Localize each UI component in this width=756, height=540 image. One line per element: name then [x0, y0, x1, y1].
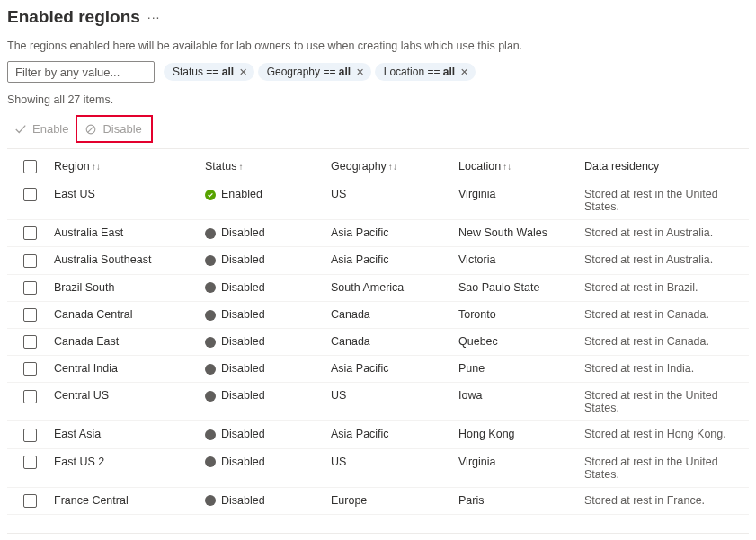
cell-location: Iowa	[453, 383, 579, 421]
close-icon[interactable]: ✕	[458, 66, 468, 78]
row-checkbox[interactable]	[23, 494, 37, 508]
cell-residency: Stored at rest in Canada.	[579, 302, 749, 329]
cell-geography: US	[325, 383, 453, 421]
cell-region: Central US	[49, 383, 200, 421]
disable-icon	[84, 123, 97, 136]
cell-geography: US	[325, 449, 453, 488]
filter-pill[interactable]: Geography == all✕	[258, 63, 371, 81]
items-count: Showing all 27 items.	[7, 93, 749, 106]
cell-location: Virginia	[453, 449, 579, 488]
row-checkbox[interactable]	[23, 429, 37, 442]
row-checkbox[interactable]	[23, 335, 37, 349]
cell-geography: Canada	[325, 302, 453, 329]
cell-residency: Stored at rest in France.	[579, 488, 749, 515]
cell-region: Brazil South	[49, 275, 200, 302]
row-checkbox[interactable]	[23, 188, 37, 201]
cell-region: Australia East	[49, 220, 200, 247]
sort-icon: ↑↓	[92, 162, 101, 172]
row-checkbox[interactable]	[23, 390, 37, 403]
cell-residency: Stored at rest in Australia.	[579, 247, 749, 274]
cell-region: Australia Southeast	[49, 247, 200, 274]
cell-region: East Asia	[49, 421, 200, 448]
cell-status: Disabled	[200, 421, 325, 448]
status-dot-icon	[205, 495, 216, 506]
col-geography[interactable]: Geography↑↓	[325, 153, 453, 181]
status-dot-icon	[205, 228, 216, 239]
cell-status: Disabled	[200, 302, 325, 329]
check-icon	[14, 123, 27, 136]
close-icon[interactable]: ✕	[354, 66, 364, 78]
cell-status: Disabled	[200, 488, 325, 515]
table-row: Brazil SouthDisabledSouth AmericaSao Pau…	[7, 275, 749, 302]
page-title: Enabled regions	[7, 7, 140, 27]
row-checkbox[interactable]	[23, 456, 37, 469]
more-icon[interactable]: ···	[147, 10, 161, 24]
table-row: Australia EastDisabledAsia PacificNew So…	[7, 220, 749, 247]
cell-location: Virginia	[453, 181, 579, 220]
page-description: The regions enabled here will be availab…	[7, 40, 749, 52]
cell-residency: Stored at rest in Australia.	[579, 220, 749, 247]
table-row: Canada EastDisabledCanadaQuebecStored at…	[7, 329, 749, 356]
row-checkbox[interactable]	[23, 308, 37, 322]
cell-geography: Asia Pacific	[325, 220, 453, 247]
cell-location: Paris	[453, 488, 579, 515]
svg-line-1	[88, 126, 94, 132]
filter-pill[interactable]: Location == all✕	[375, 63, 476, 81]
status-dot-icon	[205, 255, 216, 266]
table-row: Canada CentralDisabledCanadaTorontoStore…	[7, 302, 749, 329]
table-row: East US 2DisabledUSVirginiaStored at res…	[7, 449, 749, 488]
select-all-checkbox[interactable]	[23, 160, 37, 173]
filter-input[interactable]	[7, 61, 155, 83]
cell-residency: Stored at rest in Canada.	[579, 329, 749, 356]
disable-label: Disable	[102, 122, 141, 136]
cell-region: Canada Central	[49, 302, 200, 329]
status-dot-icon	[205, 456, 216, 467]
status-dot-icon	[205, 282, 216, 293]
cell-location: Pune	[453, 356, 579, 383]
row-checkbox[interactable]	[23, 362, 37, 376]
cell-location: Victoria	[453, 247, 579, 274]
cell-location: Quebec	[453, 329, 579, 356]
cell-location: Hong Kong	[453, 421, 579, 448]
status-dot-icon	[205, 190, 216, 200]
table-row: Australia SoutheastDisabledAsia PacificV…	[7, 247, 749, 274]
cell-residency: Stored at rest in Brazil.	[579, 275, 749, 302]
cell-region: France Central	[49, 488, 200, 515]
col-location[interactable]: Location↑↓	[453, 153, 579, 181]
cell-status: Disabled	[200, 220, 325, 247]
col-region[interactable]: Region↑↓	[49, 153, 200, 181]
row-checkbox[interactable]	[23, 254, 37, 268]
cell-status: Disabled	[200, 449, 325, 488]
enable-button[interactable]: Enable	[7, 119, 76, 139]
col-status[interactable]: Status↑	[200, 153, 325, 181]
cell-status: Disabled	[200, 356, 325, 383]
disable-button[interactable]: Disable	[77, 119, 148, 139]
cell-region: East US	[49, 181, 200, 220]
status-dot-icon	[205, 391, 216, 402]
table-row: East AsiaDisabledAsia PacificHong KongSt…	[7, 421, 749, 448]
cell-location: Toronto	[453, 302, 579, 329]
close-icon[interactable]: ✕	[237, 66, 247, 78]
cell-geography: US	[325, 181, 453, 220]
cell-status: Disabled	[200, 275, 325, 302]
cell-region: Canada East	[49, 329, 200, 356]
sort-icon: ↑↓	[388, 162, 397, 172]
filter-pill[interactable]: Status == all✕	[164, 63, 254, 81]
status-dot-icon	[205, 429, 216, 440]
cell-location: New South Wales	[453, 220, 579, 247]
cell-region: East US 2	[49, 449, 200, 488]
row-checkbox[interactable]	[23, 226, 37, 240]
sort-asc-icon: ↑	[238, 162, 243, 172]
cell-geography: Canada	[325, 329, 453, 356]
cell-status: Disabled	[200, 383, 325, 421]
row-checkbox[interactable]	[23, 281, 37, 295]
table-row: Central IndiaDisabledAsia PacificPuneSto…	[7, 356, 749, 383]
cell-status: Disabled	[200, 247, 325, 274]
cell-location: Sao Paulo State	[453, 275, 579, 302]
status-dot-icon	[205, 364, 216, 375]
table-row: France CentralDisabledEuropeParisStored …	[7, 488, 749, 515]
regions-table: Region↑↓ Status↑ Geography↑↓ Location↑↓ …	[7, 153, 749, 515]
pill-label: Geography == all	[267, 66, 351, 78]
table-row: Central USDisabledUSIowaStored at rest i…	[7, 383, 749, 421]
cell-geography: Europe	[325, 488, 453, 515]
